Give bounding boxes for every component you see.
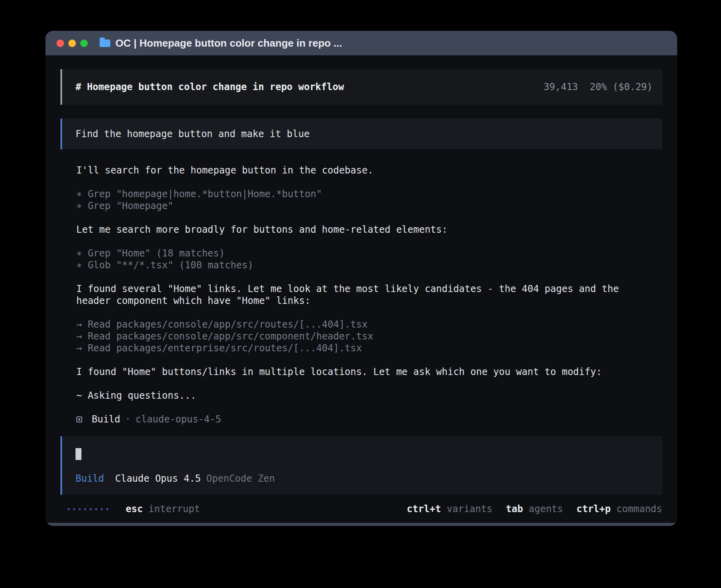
shortcut-label: variants bbox=[447, 503, 493, 514]
esc-key-label: interrupt bbox=[149, 503, 200, 514]
session-title: # Homepage button color change in repo w… bbox=[75, 81, 344, 93]
status-bar-right: ctrl+t variants tab agents ctrl+p comman… bbox=[407, 503, 662, 515]
assistant-message: I'll search for the homepage button in t… bbox=[76, 164, 630, 176]
window-title: OC | Homepage button color change in rep… bbox=[115, 37, 342, 49]
tool-call-grep: ∗ Grep "Homepage" bbox=[76, 200, 662, 212]
esc-key-hint: esc bbox=[126, 503, 143, 514]
mode-indicator: Build bbox=[75, 473, 104, 484]
arrow-right-icon: → bbox=[76, 319, 82, 330]
spinner-dot bbox=[90, 508, 92, 510]
zoom-button[interactable] bbox=[80, 40, 88, 47]
tool-call-group: ∗ Grep "homepage|home.*button|Home.*butt… bbox=[76, 188, 662, 212]
shortcut-commands: ctrl+p commands bbox=[576, 503, 662, 515]
shortcut-variants: ctrl+t variants bbox=[407, 503, 493, 515]
agent-name: Build bbox=[92, 413, 120, 425]
arrow-right-icon: → bbox=[76, 331, 82, 342]
arrow-right-icon: → bbox=[76, 343, 82, 354]
tool-call-text: Read packages/enterprise/src/routes/[...… bbox=[88, 343, 362, 354]
tool-call-grep: ∗ Grep "homepage|home.*button|Home.*butt… bbox=[76, 188, 662, 200]
session-header: # Homepage button color change in repo w… bbox=[60, 69, 662, 105]
agent-badge-icon bbox=[76, 416, 82, 422]
shortcut-key: ctrl+p bbox=[576, 503, 611, 514]
tool-call-read: → Read packages/console/app/src/routes/[… bbox=[76, 318, 662, 330]
provider-name: OpenCode Zen bbox=[206, 473, 275, 484]
tool-bullet-icon: ∗ bbox=[76, 248, 82, 259]
shortcut-label: agents bbox=[529, 503, 563, 514]
shortcut-key: tab bbox=[506, 503, 523, 514]
conversation: I'll search for the homepage button in t… bbox=[60, 164, 662, 413]
tool-call-read: → Read packages/console/app/src/componen… bbox=[76, 330, 662, 342]
text-cursor bbox=[75, 448, 81, 460]
folder-icon bbox=[100, 40, 110, 47]
user-message: Find the homepage button and make it blu… bbox=[60, 119, 662, 149]
tool-call-grep: ∗ Grep "Home" (18 matches) bbox=[76, 247, 662, 259]
tool-call-text: Read packages/console/app/src/component/… bbox=[88, 331, 373, 342]
spinner-dot bbox=[68, 508, 70, 510]
tool-call-text: Glob "**/*.tsx" (100 matches) bbox=[88, 260, 253, 271]
shortcut-agents: tab agents bbox=[506, 503, 563, 515]
token-count: 39,413 bbox=[544, 81, 578, 92]
shortcut-key: ctrl+t bbox=[407, 503, 441, 514]
tool-bullet-icon: ∗ bbox=[76, 200, 82, 211]
assistant-message: Let me search more broadly for buttons a… bbox=[76, 224, 630, 236]
spinner-dot bbox=[106, 508, 108, 510]
spinner-dot bbox=[95, 508, 97, 510]
tool-call-read: → Read packages/enterprise/src/routes/[.… bbox=[76, 342, 662, 354]
desktop-background: OC | Homepage button color change in rep… bbox=[0, 0, 721, 588]
model-name: Claude Opus 4.5 bbox=[115, 473, 201, 484]
tool-call-group: ∗ Grep "Home" (18 matches) ∗ Glob "**/*.… bbox=[76, 247, 662, 271]
user-message-text: Find the homepage button and make it blu… bbox=[75, 128, 310, 139]
model-info-row: BuildClaude Opus 4.5OpenCode Zen bbox=[75, 473, 653, 484]
status-bar: esc interrupt ctrl+t variants tab agents… bbox=[60, 498, 662, 517]
shortcut-label: commands bbox=[616, 503, 662, 514]
assistant-status-message: ~ Asking questions... bbox=[76, 390, 630, 401]
tool-call-text: Read packages/console/app/src/routes/[..… bbox=[88, 319, 368, 330]
tool-call-glob: ∗ Glob "**/*.tsx" (100 matches) bbox=[76, 259, 662, 271]
spinner-dot bbox=[73, 508, 75, 510]
spinner-dots bbox=[68, 508, 108, 510]
prompt-input[interactable]: BuildClaude Opus 4.5OpenCode Zen bbox=[60, 436, 662, 495]
session-stats: 39,41320% ($0.29) bbox=[544, 81, 653, 93]
terminal-content: # Homepage button color change in repo w… bbox=[45, 55, 677, 523]
agent-model-id: claude-opus-4-5 bbox=[136, 413, 221, 425]
assistant-message: I found "Home" buttons/links in multiple… bbox=[76, 366, 630, 378]
window-titlebar[interactable]: OC | Homepage button color change in rep… bbox=[45, 31, 677, 55]
spinner-dot bbox=[84, 508, 86, 510]
agent-status-row: Build · claude-opus-4-5 bbox=[60, 413, 662, 425]
traffic-lights bbox=[57, 40, 88, 47]
shortcut-interrupt: esc interrupt bbox=[126, 503, 200, 515]
tool-call-group: → Read packages/console/app/src/routes/[… bbox=[76, 318, 662, 354]
minimize-button[interactable] bbox=[68, 40, 76, 47]
tool-call-text: Grep "Homepage" bbox=[88, 200, 174, 211]
assistant-message: I found several "Home" links. Let me loo… bbox=[76, 283, 630, 307]
tool-call-text: Grep "Home" (18 matches) bbox=[88, 248, 225, 259]
agent-separator: · bbox=[125, 413, 130, 425]
tool-bullet-icon: ∗ bbox=[76, 260, 82, 271]
tool-bullet-icon: ∗ bbox=[76, 188, 82, 200]
status-bar-left: esc interrupt bbox=[68, 503, 200, 515]
close-button[interactable] bbox=[57, 40, 64, 47]
spinner-dot bbox=[79, 508, 81, 510]
spinner-dot bbox=[101, 508, 103, 510]
tool-call-text: Grep "homepage|home.*button|Home.*button… bbox=[88, 188, 322, 200]
context-usage: 20% ($0.29) bbox=[590, 81, 653, 92]
terminal-window: OC | Homepage button color change in rep… bbox=[45, 31, 677, 526]
